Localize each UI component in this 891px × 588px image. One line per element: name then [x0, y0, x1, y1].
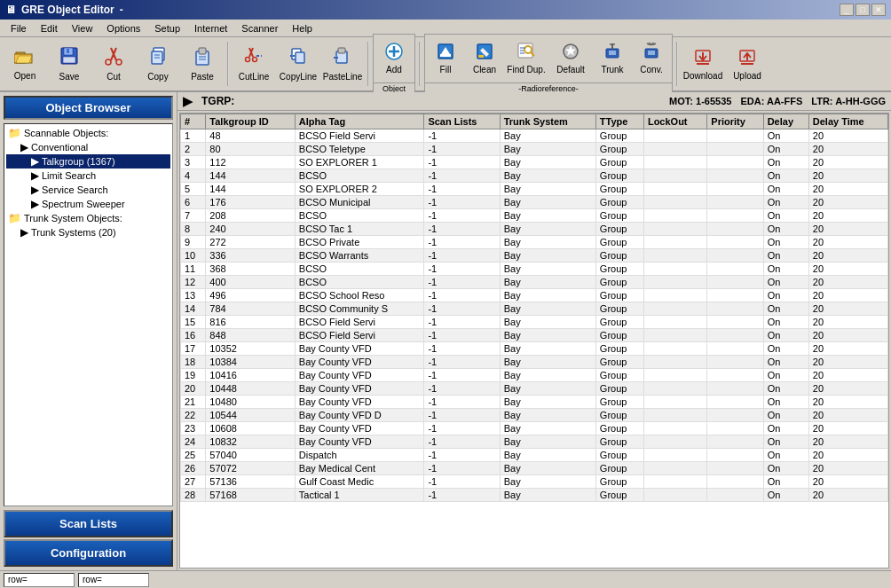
table-row[interactable]: 6176BCSO Municipal-1BayGroupOn20 [181, 196, 888, 209]
table-cell: Group [595, 223, 643, 236]
minimize-button[interactable]: _ [840, 4, 854, 16]
add-button[interactable]: Add [375, 36, 413, 81]
trunk-button[interactable]: Trunk [594, 36, 631, 81]
table-cell: On [763, 329, 808, 342]
table-cell: 57072 [206, 462, 296, 475]
tree-item-trunk-objects[interactable]: 📁 Trunk System Objects: [6, 211, 170, 225]
table-row[interactable]: 7208BCSO-1BayGroupOn20 [181, 209, 888, 223]
table-cell: Bay [500, 183, 595, 196]
close-button[interactable]: ✕ [871, 4, 886, 16]
table-cell: Bay County VFD [295, 382, 424, 396]
table-row[interactable]: 16848BCSO Field Servi-1BayGroupOn20 [181, 329, 888, 342]
menu-view[interactable]: View [65, 20, 100, 36]
clean-button[interactable]: Clean [466, 36, 503, 81]
table-cell: Group [595, 263, 643, 276]
table-row[interactable]: 10336BCSO Warrants-1BayGroupOn20 [181, 249, 888, 263]
copyline-icon [288, 46, 308, 70]
menu-edit[interactable]: Edit [34, 20, 65, 36]
table-row[interactable]: 11368BCSO-1BayGroupOn20 [181, 263, 888, 276]
table-cell: Group [595, 143, 643, 156]
table-row[interactable]: 2757136Gulf Coast Medic-1BayGroupOn20 [181, 475, 888, 489]
arrow-icon-2: ▶ [31, 169, 39, 182]
menu-scanner[interactable]: Scanner [234, 20, 285, 36]
col-lockout: LockOut [643, 114, 706, 129]
table-cell: 20 [808, 396, 887, 409]
radioreference-group: Fill Clean [424, 34, 673, 95]
table-cell: 12 [181, 276, 206, 289]
open-button[interactable]: Open [4, 42, 46, 86]
table-row[interactable]: 280BCSO Teletype-1BayGroupOn20 [181, 143, 888, 156]
tree-item-limit-search[interactable]: ▶ Limit Search [6, 169, 170, 183]
svg-rect-24 [296, 52, 304, 63]
table-row[interactable]: 13496BCSO School Reso-1BayGroupOn20 [181, 289, 888, 302]
paste-button[interactable]: Paste [181, 42, 224, 86]
copy-button[interactable]: Copy [137, 42, 179, 86]
table-row[interactable]: 9272BCSO Private-1BayGroupOn20 [181, 236, 888, 249]
table-cell: 10352 [206, 342, 296, 356]
table-cell [643, 422, 706, 435]
menu-help[interactable]: Help [285, 20, 319, 36]
conv-button[interactable]: Conv. [633, 36, 670, 81]
table-cell: -1 [424, 316, 500, 329]
table-row[interactable]: 148BCSO Field Servi-1BayGroupOn20 [181, 129, 888, 143]
default-button[interactable]: Default [549, 36, 592, 81]
tree-item-scannable[interactable]: 📁 Scannable Objects: [6, 126, 170, 140]
table-row[interactable]: 12400BCSO-1BayGroupOn20 [181, 276, 888, 289]
table-cell: 23 [181, 422, 206, 435]
configuration-button[interactable]: Configuration [4, 539, 173, 567]
table-cell: Bay County VFD [295, 342, 424, 356]
table-row[interactable]: 2010448Bay County VFD-1BayGroupOn20 [181, 382, 888, 396]
tree-item-spectrum-sweeper[interactable]: ▶ Spectrum Sweeper [6, 197, 170, 211]
scan-lists-button[interactable]: Scan Lists [4, 510, 173, 537]
table-row[interactable]: 3112SO EXPLORER 1-1BayGroupOn20 [181, 156, 888, 169]
fill-button[interactable]: Fill [427, 36, 464, 81]
trunk-icon [603, 42, 622, 63]
table-cell: On [763, 209, 808, 223]
table-row[interactable]: 2110480Bay County VFD-1BayGroupOn20 [181, 396, 888, 409]
upload-button[interactable]: Upload [726, 42, 769, 86]
table-cell [707, 369, 763, 382]
table-cell [643, 475, 706, 489]
menu-file[interactable]: File [4, 20, 34, 36]
pasteline-button[interactable]: PasteLine [321, 42, 364, 86]
save-button[interactable]: Save [48, 42, 91, 86]
findup-icon [516, 42, 536, 63]
tree-item-service-search[interactable]: ▶ Service Search [6, 183, 170, 197]
table-row[interactable]: 15816BCSO Field Servi-1BayGroupOn20 [181, 316, 888, 329]
table-cell: Bay [500, 475, 595, 489]
cutline-button[interactable]: CutLine [233, 42, 275, 86]
menu-options[interactable]: Options [99, 20, 147, 36]
table-row[interactable]: 5144SO EXPLORER 2-1BayGroupOn20 [181, 183, 888, 196]
table-row[interactable]: 2657072Bay Medical Cent-1BayGroupOn20 [181, 462, 888, 475]
table-header-row: # Talkgroup ID Alpha Tag Scan Lists Trun… [181, 114, 888, 129]
table-row[interactable]: 14784BCSO Community S-1BayGroupOn20 [181, 302, 888, 316]
table-row[interactable]: 1810384Bay County VFD-1BayGroupOn20 [181, 356, 888, 369]
tree-item-conventional[interactable]: ▶ Conventional [6, 140, 170, 154]
copyline-button[interactable]: CopyLine [277, 42, 319, 86]
maximize-button[interactable]: □ [856, 4, 870, 16]
table-row[interactable]: 1710352Bay County VFD-1BayGroupOn20 [181, 342, 888, 356]
download-button[interactable]: Download [682, 42, 724, 86]
tree-item-trunk-systems[interactable]: ▶ Trunk Systems (20) [6, 225, 170, 239]
table-cell: 15 [181, 316, 206, 329]
table-row[interactable]: 2857168Tactical 1-1BayGroupOn20 [181, 489, 888, 502]
table-row[interactable]: 4144BCSO-1BayGroupOn20 [181, 169, 888, 183]
findup-button[interactable]: Find Dup. [505, 36, 548, 81]
table-cell: 368 [206, 263, 296, 276]
menu-internet[interactable]: Internet [187, 20, 234, 36]
table-cell: 13 [181, 289, 206, 302]
table-cell [707, 143, 763, 156]
table-row[interactable]: 8240BCSO Tac 1-1BayGroupOn20 [181, 223, 888, 236]
table-row[interactable]: 2410832Bay County VFD-1BayGroupOn20 [181, 435, 888, 449]
table-cell: On [763, 143, 808, 156]
table-cell: Bay Medical Cent [295, 462, 424, 475]
table-row[interactable]: 2557040Dispatch-1BayGroupOn20 [181, 449, 888, 462]
menu-setup[interactable]: Setup [147, 20, 187, 36]
tree-item-talkgroup[interactable]: ▶ Talkgroup (1367) [6, 154, 170, 169]
table-cell: 18 [181, 356, 206, 369]
table-row[interactable]: 1910416Bay County VFD-1BayGroupOn20 [181, 369, 888, 382]
cut-button[interactable]: Cut [92, 42, 135, 86]
table-cell [643, 223, 706, 236]
table-row[interactable]: 2310608Bay County VFD-1BayGroupOn20 [181, 422, 888, 435]
table-row[interactable]: 2210544Bay County VFD D-1BayGroupOn20 [181, 409, 888, 422]
